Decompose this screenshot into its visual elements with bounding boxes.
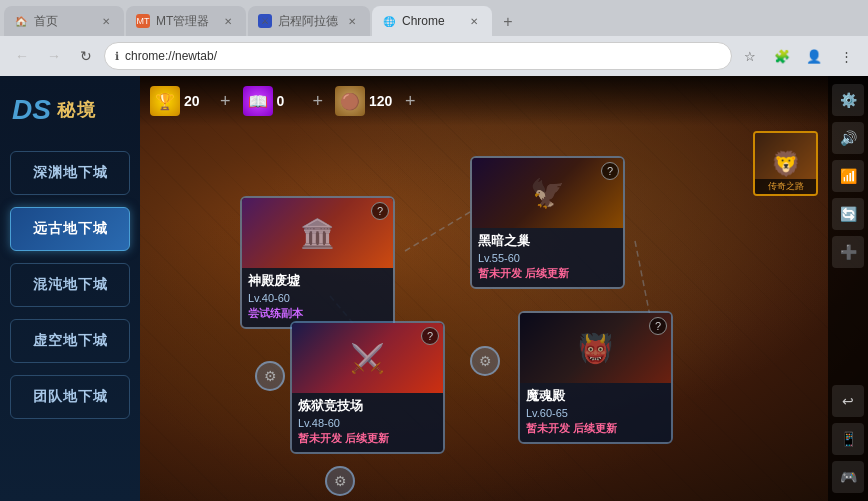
gold-value: 20 xyxy=(184,93,208,109)
refresh-icon[interactable]: 🔄 xyxy=(832,198,864,230)
mt-favicon: MT xyxy=(136,14,150,28)
coin-icon: 🟤 xyxy=(335,86,365,116)
top-bar: 🏆 20 + 📖 0 + 🟤 120 + xyxy=(140,76,868,126)
app-container: DS 秘境 深渊地下城 远古地下城 混沌地下城 虚空地下城 团队地下城 🏆 20… xyxy=(0,76,868,501)
arena-title: 炼狱竞技场 xyxy=(298,397,437,415)
tab-chrome[interactable]: 🌐 Chrome ✕ xyxy=(372,6,492,36)
coin-value: 120 xyxy=(369,93,393,109)
profile-button[interactable]: 👤 xyxy=(800,42,828,70)
logo-title: 秘境 xyxy=(57,98,97,122)
legend-card[interactable]: 🦁 传奇之路 xyxy=(753,131,818,196)
dark-level: Lv.55-60 xyxy=(478,252,617,264)
temple-question[interactable]: ? xyxy=(371,202,389,220)
game-favicon: ⚔ xyxy=(258,14,272,28)
gear-node-2[interactable]: ⚙ xyxy=(325,466,355,496)
dungeon-dark[interactable]: 🦅 ? 黑暗之巢 Lv.55-60 暂未开发 后续更新 xyxy=(470,156,625,289)
address-text: chrome://newtab/ xyxy=(125,49,721,63)
signal-icon[interactable]: 📶 xyxy=(832,160,864,192)
sidebar-item-team[interactable]: 团队地下城 xyxy=(10,375,130,419)
resource-coin: 🟤 120 xyxy=(335,86,393,116)
demon-level: Lv.60-65 xyxy=(526,407,665,419)
arena-level: Lv.48-60 xyxy=(298,417,437,429)
demon-question[interactable]: ? xyxy=(649,317,667,335)
menu-button[interactable]: ⋮ xyxy=(832,42,860,70)
gold-plus-button[interactable]: + xyxy=(216,91,235,112)
tab-homepage-close[interactable]: ✕ xyxy=(98,13,114,29)
tab-homepage-label: 首页 xyxy=(34,13,92,30)
add-icon[interactable]: ➕ xyxy=(832,236,864,268)
dark-image: 🦅 ? xyxy=(472,158,623,228)
arena-status: 暂未开发 后续更新 xyxy=(298,431,437,446)
tab-mt-label: MT管理器 xyxy=(156,13,214,30)
gear-node-1[interactable]: ⚙ xyxy=(255,361,285,391)
extensions-button[interactable]: 🧩 xyxy=(768,42,796,70)
tab-chrome-close[interactable]: ✕ xyxy=(466,13,482,29)
bookmark-button[interactable]: ☆ xyxy=(736,42,764,70)
address-bar[interactable]: ℹ chrome://newtab/ xyxy=(104,42,732,70)
temple-info: 神殿废墟 Lv.40-60 尝试练副本 xyxy=(242,268,393,327)
tab-chrome-label: Chrome xyxy=(402,14,460,28)
arena-question[interactable]: ? xyxy=(421,327,439,345)
homepage-favicon: 🏠 xyxy=(14,14,28,28)
temple-image: 🏛️ ? xyxy=(242,198,393,268)
tab-mt-close[interactable]: ✕ xyxy=(220,13,236,29)
logo-area: DS 秘境 xyxy=(0,86,140,141)
back-button[interactable]: ← xyxy=(8,42,36,70)
demon-info: 魔魂殿 Lv.60-65 暂未开发 后续更新 xyxy=(520,383,671,442)
temple-title: 神殿废墟 xyxy=(248,272,387,290)
settings-icon[interactable]: ⚙️ xyxy=(832,84,864,116)
tab-game-label: 启程阿拉德 xyxy=(278,13,338,30)
legend-label: 传奇之路 xyxy=(755,179,816,194)
back-icon[interactable]: ↩ xyxy=(832,385,864,417)
dark-info: 黑暗之巢 Lv.55-60 暂未开发 后续更新 xyxy=(472,228,623,287)
phone-icon[interactable]: 📱 xyxy=(832,423,864,455)
gem-value: 0 xyxy=(277,93,301,109)
gold-icon: 🏆 xyxy=(150,86,180,116)
dark-question[interactable]: ? xyxy=(601,162,619,180)
sidebar-item-deep[interactable]: 深渊地下城 xyxy=(10,151,130,195)
tab-game[interactable]: ⚔ 启程阿拉德 ✕ xyxy=(248,6,370,36)
temple-status: 尝试练副本 xyxy=(248,306,387,321)
coin-plus-button[interactable]: + xyxy=(401,91,420,112)
dungeon-arena[interactable]: ⚔️ ? 炼狱竞技场 Lv.48-60 暂未开发 后续更新 xyxy=(290,321,445,454)
sidebar-item-void[interactable]: 虚空地下城 xyxy=(10,319,130,363)
gem-plus-button[interactable]: + xyxy=(309,91,328,112)
volume-icon[interactable]: 🔊 xyxy=(832,122,864,154)
dark-title: 黑暗之巢 xyxy=(478,232,617,250)
dark-status: 暂未开发 后续更新 xyxy=(478,266,617,281)
tab-game-close[interactable]: ✕ xyxy=(344,13,360,29)
reload-button[interactable]: ↻ xyxy=(72,42,100,70)
gamepad-icon[interactable]: 🎮 xyxy=(832,461,864,493)
dungeon-temple[interactable]: 🏛️ ? 神殿废墟 Lv.40-60 尝试练副本 xyxy=(240,196,395,329)
browser-toolbar: ← → ↻ ℹ chrome://newtab/ ☆ 🧩 👤 ⋮ xyxy=(0,36,868,76)
browser-chrome: 🏠 首页 ✕ MT MT管理器 ✕ ⚔ 启程阿拉德 ✕ 🌐 Chrome ✕ +… xyxy=(0,0,868,76)
new-tab-button[interactable]: + xyxy=(494,8,522,36)
sidebar: DS 秘境 深渊地下城 远古地下城 混沌地下城 虚空地下城 团队地下城 xyxy=(0,76,140,501)
forward-button[interactable]: → xyxy=(40,42,68,70)
demon-title: 魔魂殿 xyxy=(526,387,665,405)
gem-icon: 📖 xyxy=(243,86,273,116)
arena-image: ⚔️ ? xyxy=(292,323,443,393)
right-panel: ⚙️ 🔊 📶 🔄 ➕ ↩ 📱 🎮 xyxy=(828,76,868,501)
demon-status: 暂未开发 后续更新 xyxy=(526,421,665,436)
temple-level: Lv.40-60 xyxy=(248,292,387,304)
gear-node-3[interactable]: ⚙ xyxy=(470,346,500,376)
game-area: 🏆 20 + 📖 0 + 🟤 120 + 🦁 传奇之路 xyxy=(140,76,868,501)
tab-bar: 🏠 首页 ✕ MT MT管理器 ✕ ⚔ 启程阿拉德 ✕ 🌐 Chrome ✕ + xyxy=(0,0,868,36)
sidebar-item-chaos[interactable]: 混沌地下城 xyxy=(10,263,130,307)
tab-homepage[interactable]: 🏠 首页 ✕ xyxy=(4,6,124,36)
resource-gem: 📖 0 xyxy=(243,86,301,116)
toolbar-actions: ☆ 🧩 👤 ⋮ xyxy=(736,42,860,70)
demon-image: 👹 ? xyxy=(520,313,671,383)
resource-gold: 🏆 20 xyxy=(150,86,208,116)
address-lock-icon: ℹ xyxy=(115,50,119,63)
svg-line-0 xyxy=(405,206,480,251)
sidebar-item-ancient[interactable]: 远古地下城 xyxy=(10,207,130,251)
tab-mt[interactable]: MT MT管理器 ✕ xyxy=(126,6,246,36)
logo-ds: DS xyxy=(12,94,51,126)
chrome-favicon: 🌐 xyxy=(382,14,396,28)
dungeon-demon[interactable]: 👹 ? 魔魂殿 Lv.60-65 暂未开发 后续更新 xyxy=(518,311,673,444)
arena-info: 炼狱竞技场 Lv.48-60 暂未开发 后续更新 xyxy=(292,393,443,452)
